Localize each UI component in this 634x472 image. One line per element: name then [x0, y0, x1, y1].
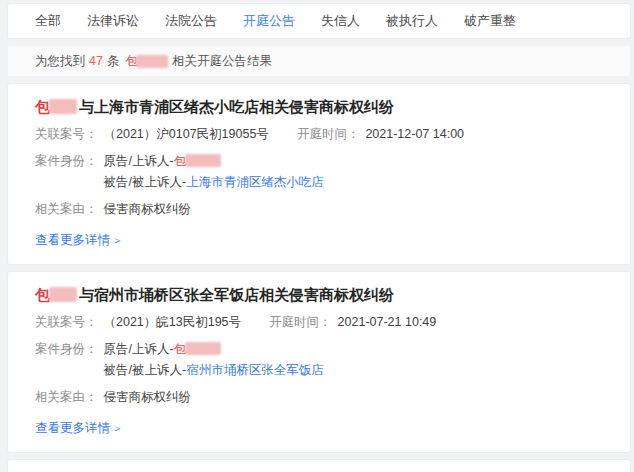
view-more-details-link[interactable]: 查看更多详情＞ — [35, 420, 123, 437]
case-number-row: 关联案号： （2021）沪0107民初19055号 开庭时间： 2021-12-… — [35, 125, 603, 144]
case-cause-row: 相关案由： 侵害商标权纠纷 — [35, 200, 603, 219]
plaintiff-line: 原告/上诉人-包 — [104, 152, 324, 171]
case-cause-value: 侵害商标权纠纷 — [104, 388, 192, 407]
redaction-patch — [49, 287, 77, 302]
chevron-right-icon: ＞ — [112, 422, 123, 434]
hearing-result-card: 包与上海市青浦区绪杰小吃店相关侵害商标权纠纷 关联案号： （2021）沪0107… — [8, 84, 630, 264]
hearing-time-value: 2021-12-07 14:00 — [365, 125, 464, 144]
case-number-value: （2021）皖13民初195号 — [104, 313, 242, 332]
defendant-link[interactable]: 上海市青浦区绪杰小吃店 — [186, 175, 324, 189]
tab-dishonest-persons[interactable]: 失信人 — [321, 12, 360, 30]
view-more-details-link[interactable]: 查看更多详情＞ — [35, 232, 123, 249]
view-more-label: 查看更多详情 — [35, 421, 110, 435]
results-count: 47 — [89, 54, 103, 68]
case-identity-label: 案件身份： — [35, 152, 98, 171]
case-title-keyword: 包 — [35, 98, 50, 115]
chevron-right-icon: ＞ — [112, 234, 123, 246]
defendant-role: 被告/被上诉人- — [104, 175, 187, 189]
case-identity-row: 案件身份： 原告/上诉人-包 被告/被上诉人-宿州市埇桥区张全军饭店 — [35, 340, 603, 380]
case-identity-row: 案件身份： 原告/上诉人-包 被告/被上诉人-上海市青浦区绪杰小吃店 — [35, 152, 603, 192]
search-results-page: 全部 法律诉讼 法院公告 开庭公告 失信人 被执行人 破产重整 为您找到 47 … — [0, 0, 634, 472]
tab-legal-litigation[interactable]: 法律诉讼 — [87, 12, 139, 30]
tab-hearing-announcements[interactable]: 开庭公告 — [243, 12, 295, 30]
results-suffix: 相关开庭公告结果 — [172, 53, 272, 70]
case-title[interactable]: 包与宿州市埇桥区张全军饭店相关侵害商标权纠纷 — [35, 285, 603, 305]
redaction-patch — [49, 99, 77, 114]
tab-all[interactable]: 全部 — [35, 12, 61, 30]
defendant-line: 被告/被上诉人-宿州市埇桥区张全军饭店 — [104, 361, 324, 380]
tab-court-announcements[interactable]: 法院公告 — [165, 12, 217, 30]
case-title-rest: 与上海市青浦区绪杰小吃店相关侵害商标权纠纷 — [79, 98, 394, 115]
case-cause-label: 相关案由： — [35, 200, 98, 219]
hearing-result-card: 包与嘉峪关市黄氏眼镜烤肉店相关侵害商标权纠纷 开庭时间： 2021-06-23 … — [8, 460, 630, 472]
defendant-link[interactable]: 宿州市埇桥区张全军饭店 — [186, 363, 324, 377]
tab-enforced-persons[interactable]: 被执行人 — [386, 12, 438, 30]
case-number-label: 关联案号： — [35, 313, 98, 332]
hearing-time-label: 开庭时间： — [297, 125, 360, 144]
defendant-line: 被告/被上诉人-上海市青浦区绪杰小吃店 — [104, 173, 324, 192]
case-title-keyword: 包 — [35, 286, 50, 303]
plaintiff-role: 原告/上诉人- — [104, 154, 174, 168]
redaction-patch — [185, 154, 221, 167]
plaintiff-line: 原告/上诉人-包 — [104, 340, 324, 359]
case-title[interactable]: 包与上海市青浦区绪杰小吃店相关侵害商标权纠纷 — [35, 97, 603, 117]
redaction-patch — [185, 342, 221, 355]
results-prefix: 为您找到 — [35, 53, 85, 70]
hearing-time-label: 开庭时间： — [269, 313, 332, 332]
results-count-bar: 为您找到 47 条 包 相关开庭公告结果 — [8, 46, 630, 76]
case-cause-label: 相关案由： — [35, 388, 98, 407]
category-tabbar: 全部 法律诉讼 法院公告 开庭公告 失信人 被执行人 破产重整 — [8, 4, 630, 38]
plaintiff-role: 原告/上诉人- — [104, 342, 174, 356]
view-more-label: 查看更多详情 — [35, 233, 110, 247]
case-identity-label: 案件身份： — [35, 340, 98, 359]
redaction-patch — [136, 55, 168, 68]
case-cause-row: 相关案由： 侵害商标权纠纷 — [35, 388, 603, 407]
hearing-result-card: 包与宿州市埇桥区张全军饭店相关侵害商标权纠纷 关联案号： （2021）皖13民初… — [8, 272, 630, 452]
case-title-rest: 与宿州市埇桥区张全军饭店相关侵害商标权纠纷 — [79, 286, 394, 303]
tab-bankruptcy[interactable]: 破产重整 — [464, 12, 516, 30]
results-unit: 条 — [107, 53, 120, 70]
case-number-row: 关联案号： （2021）皖13民初195号 开庭时间： 2021-07-21 1… — [35, 313, 603, 332]
case-identity-lines: 原告/上诉人-包 被告/被上诉人-上海市青浦区绪杰小吃店 — [104, 152, 324, 192]
case-number-label: 关联案号： — [35, 125, 98, 144]
hearing-time-value: 2021-07-21 10:49 — [338, 313, 437, 332]
defendant-role: 被告/被上诉人- — [104, 363, 187, 377]
case-number-value: （2021）沪0107民初19055号 — [104, 125, 269, 144]
case-cause-value: 侵害商标权纠纷 — [104, 200, 192, 219]
case-identity-lines: 原告/上诉人-包 被告/被上诉人-宿州市埇桥区张全军饭店 — [104, 340, 324, 380]
